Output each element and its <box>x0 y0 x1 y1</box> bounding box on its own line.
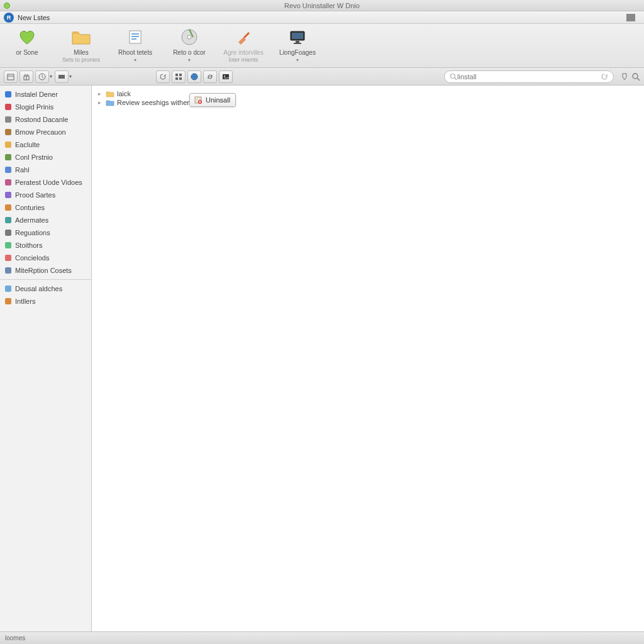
search-box[interactable] <box>444 70 614 83</box>
image-button[interactable] <box>219 70 233 83</box>
sync-button[interactable] <box>203 70 217 83</box>
sidebar-item-1[interactable]: Slogid Prinis <box>0 101 91 113</box>
clock-button[interactable] <box>35 70 49 83</box>
sidebar-item-4[interactable]: Eaclulte <box>0 138 91 151</box>
globe-button[interactable] <box>187 70 201 83</box>
disclosure-arrow-icon[interactable]: ▸ <box>98 99 104 106</box>
sidebar-item-12[interactable]: Stoithors <box>0 239 91 252</box>
menubar-label[interactable]: New Lstes <box>18 14 50 21</box>
minimize-icon[interactable] <box>626 14 635 21</box>
puzzle-icon <box>4 216 13 225</box>
sidebar-item-9[interactable]: Conturies <box>0 201 91 214</box>
toolbar-label: Rhoot tetets <box>108 49 162 56</box>
calendar-button[interactable] <box>4 70 18 83</box>
tree-label: laick <box>117 90 131 97</box>
sidebar-item-label: Rahl <box>15 165 30 175</box>
folder-icon <box>106 90 114 97</box>
dropdown-arrow-icon: ▾ <box>108 57 162 63</box>
sidebar-item-label: Bmow Precauon <box>15 127 66 137</box>
sidebar-item-label: Eaclulte <box>15 140 40 150</box>
svg-rect-29 <box>5 104 11 110</box>
toolbar-label: LiongFoages <box>270 49 325 56</box>
toolbar-label: Miles <box>54 49 108 56</box>
mini-drop-icon: ▾ <box>50 74 52 79</box>
sidebar-item-13[interactable]: Concielods <box>0 252 91 264</box>
svg-rect-19 <box>175 77 178 80</box>
search-icon <box>450 73 457 80</box>
sidebar-item-6[interactable]: Rahl <box>0 164 91 176</box>
svg-rect-38 <box>5 217 11 223</box>
mini-drop-icon: ▾ <box>69 74 72 79</box>
shield-icon <box>4 128 13 136</box>
sidebar: Instalel DenerSlogid PrinisRostond Dacan… <box>0 86 92 631</box>
view-button[interactable] <box>55 70 69 83</box>
toolbar-btn-0[interactable]: or Sone <box>0 26 54 56</box>
box-icon <box>4 191 13 199</box>
titlebar: Revo Uninstaller W Dnio <box>0 0 644 11</box>
svg-rect-18 <box>179 74 182 76</box>
folder-icon <box>70 28 92 47</box>
sidebar-item-label: Stoithors <box>15 240 42 250</box>
sidebar-item-8[interactable]: Prood Sartes <box>0 189 91 201</box>
svg-rect-35 <box>5 179 11 186</box>
gear-icon <box>4 153 13 162</box>
svg-rect-17 <box>175 74 178 76</box>
sidebar-item2-0[interactable]: Deusal aldches <box>0 282 91 295</box>
tree-row-0[interactable]: ▸ laick <box>98 89 638 98</box>
svg-rect-33 <box>5 154 11 160</box>
refresh-icon[interactable] <box>601 73 608 80</box>
uninstall-icon <box>194 96 203 104</box>
toolbar-sublabel: loter mients <box>216 57 270 63</box>
refresh-button[interactable] <box>156 70 170 83</box>
disclosure-arrow-icon[interactable]: ▸ <box>98 91 104 97</box>
folder-icon <box>4 284 13 293</box>
svg-rect-36 <box>5 192 11 198</box>
sidebar-item-label: Peratest Uode Vidoes <box>15 177 82 187</box>
toolbar-btn-1[interactable]: Miles Sets to pronies <box>54 26 108 63</box>
tool-icon <box>4 203 13 212</box>
main-toolbar: or Sone Miles Sets to pronies Rhoot tete… <box>0 24 644 68</box>
sidebar-item-label: Reguations <box>15 228 50 238</box>
svg-rect-9 <box>296 41 299 43</box>
toolbar-btn-5[interactable]: LiongFoages ▾ <box>270 26 325 63</box>
toolbar-btn-3[interactable]: Reto o dcor ▾ <box>162 26 216 63</box>
sidebar-item-label: Conl Prstnio <box>15 152 53 162</box>
sidebar-item-label: Rostond Dacanle <box>15 114 68 125</box>
svg-line-27 <box>637 78 640 80</box>
sidebar-item-2[interactable]: Rostond Dacanle <box>0 113 91 126</box>
gift-button[interactable] <box>19 70 33 83</box>
uninstall-tooltip[interactable]: Uninsall <box>189 93 236 107</box>
app-icon: R <box>4 13 14 23</box>
doc-icon <box>125 28 146 47</box>
pin-icon[interactable] <box>620 72 629 81</box>
svg-rect-4 <box>131 38 136 40</box>
zoom-icon[interactable] <box>631 72 640 81</box>
svg-rect-3 <box>131 36 139 37</box>
sidebar-item-label: Instalel Dener <box>15 89 58 99</box>
sidebar-item-7[interactable]: Peratest Uode Vidoes <box>0 176 91 189</box>
sidebar-item-10[interactable]: Adermates <box>0 214 91 226</box>
sidebar-item-0[interactable]: Instalel Dener <box>0 88 91 101</box>
sidebar-item2-1[interactable]: Intllers <box>0 295 91 308</box>
sidebar-item-3[interactable]: Bmow Precauon <box>0 126 91 138</box>
sidebar-divider <box>0 279 91 280</box>
content-area: ▸ laick▸ Review seeshigs witherl Uninsal… <box>92 86 644 631</box>
grid-button[interactable] <box>172 70 186 83</box>
sidebar-item-14[interactable]: MiteRption Cosets <box>0 264 91 277</box>
svg-rect-0 <box>72 31 79 34</box>
sidebar-item-label: Deusal aldches <box>15 284 62 294</box>
tree-row-1[interactable]: ▸ Review seeshigs witherl <box>98 98 638 107</box>
sidebar-item-5[interactable]: Conl Prstnio <box>0 151 91 164</box>
svg-rect-30 <box>5 116 11 123</box>
sidebar-item-label: Adermates <box>15 215 48 225</box>
toolbar-label: or Sone <box>0 49 54 56</box>
toolbar-btn-4: Agre intorviles loter mients <box>216 26 270 63</box>
svg-point-24 <box>451 74 455 78</box>
svg-rect-43 <box>5 286 11 292</box>
sidebar-item-11[interactable]: Reguations <box>0 226 91 239</box>
heart-icon <box>16 28 38 47</box>
toolbar-btn-2[interactable]: Rhoot tetets ▾ <box>108 26 162 63</box>
search-input[interactable] <box>457 73 601 80</box>
app-icon <box>4 90 13 99</box>
list-icon <box>4 266 13 275</box>
